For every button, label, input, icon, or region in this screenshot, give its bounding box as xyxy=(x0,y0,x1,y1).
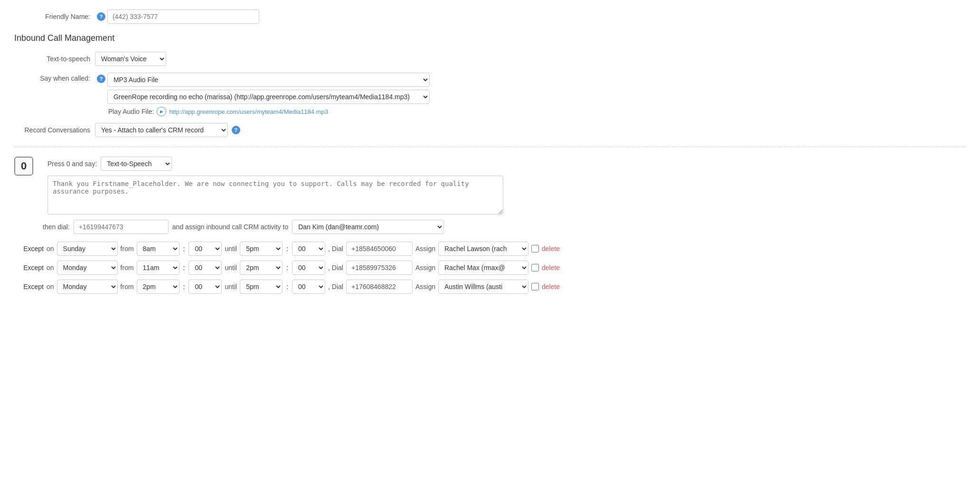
day-select-1[interactable]: SundayMondayTuesdayWednesdayThursdayFrid… xyxy=(57,261,118,275)
then-dial-label: then dial: xyxy=(43,223,70,231)
until-time-select-1[interactable]: 8am9am10am11am12pm1pm2pm3pm4pm5pm xyxy=(240,261,283,275)
from-time-select-0[interactable]: 8am9am10am11am12pm1pm2pm3pm4pm5pm xyxy=(137,242,179,256)
delete-checkbox-1[interactable] xyxy=(531,264,539,271)
dial-label-2: , Dial xyxy=(328,283,343,290)
colon-1: : xyxy=(183,264,185,271)
from-min-select-1[interactable]: 00153045 xyxy=(188,261,222,275)
record-conversations-label: Record Conversations xyxy=(14,126,90,134)
assign-label-1: Assign xyxy=(415,264,435,271)
except-row-2: Except on SundayMondayTuesdayWednesdayTh… xyxy=(19,280,966,294)
until-label-1: until xyxy=(225,264,237,271)
assign-select-1[interactable]: Rachel Max (rmax@Dan Kim (dan@teamr.com) xyxy=(438,261,528,275)
play-audio-label: Play Audio File: xyxy=(108,108,154,115)
from-time-select-1[interactable]: 8am9am10am11am12pm1pm2pm3pm4pm5pm xyxy=(137,261,179,275)
press-label: Press 0 and say: xyxy=(47,160,97,168)
colon-2: : xyxy=(183,283,185,290)
delete-link-2[interactable]: delete xyxy=(542,283,560,290)
press-type-select[interactable]: Text-to-Speech MP3 Audio File xyxy=(101,157,172,171)
audio-url-link[interactable]: http://app.greenrope.com/users/myteam4/M… xyxy=(169,108,328,115)
until-label-2: until xyxy=(225,283,237,290)
assign-select[interactable]: Dan Kim (dan@teamr.com) Rachel Lawson (r… xyxy=(292,220,444,234)
say-when-called-type-select[interactable]: MP3 Audio File Text-to-Speech xyxy=(107,73,430,87)
on-label-0: on xyxy=(47,245,54,252)
record-conversations-select[interactable]: Yes - Attach to caller's CRM record No Y… xyxy=(95,123,228,137)
assign-label: and assign inbound call CRM activity to xyxy=(172,223,288,231)
dial-input-0[interactable] xyxy=(346,242,413,256)
from-min-select-2[interactable]: 00153045 xyxy=(188,280,222,294)
assign-select-2[interactable]: Austin Willms (austiDan Kim (dan@teamr.c… xyxy=(438,280,528,294)
colon-until-1: : xyxy=(286,264,288,271)
assign-select-0[interactable]: Rachel Lawson (rachDan Kim (dan@teamr.co… xyxy=(438,242,528,256)
colon-until-0: : xyxy=(286,245,288,252)
day-select-0[interactable]: SundayMondayTuesdayWednesdayThursdayFrid… xyxy=(57,242,118,256)
dial-input-1[interactable] xyxy=(346,261,413,275)
until-label-0: until xyxy=(225,245,237,252)
except-label-0: Except xyxy=(19,245,44,252)
colon-0: : xyxy=(183,245,185,252)
except-row-1: Except on SundayMondayTuesdayWednesdayTh… xyxy=(19,261,966,275)
say-when-called-help-icon[interactable]: ? xyxy=(97,75,105,83)
assign-label-2: Assign xyxy=(415,283,435,290)
dial-label-0: , Dial xyxy=(328,245,343,252)
from-time-select-2[interactable]: 8am9am10am11am12pm1pm2pm3pm4pm5pm xyxy=(137,280,179,294)
until-min-select-2[interactable]: 00153045 xyxy=(292,280,325,294)
friendly-name-help-icon[interactable]: ? xyxy=(97,12,105,21)
tts-label: Text-to-speech xyxy=(14,55,90,63)
friendly-name-label: Friendly Name: xyxy=(14,13,90,20)
colon-until-2: : xyxy=(286,283,288,290)
dial-label-1: , Dial xyxy=(328,264,343,271)
until-time-select-0[interactable]: 8am9am10am11am12pm1pm2pm3pm4pm5pm xyxy=(240,242,283,256)
from-label-2: from xyxy=(121,283,134,290)
then-dial-input[interactable] xyxy=(74,220,169,234)
dial-input-2[interactable] xyxy=(346,280,413,294)
until-min-select-0[interactable]: 00153045 xyxy=(292,242,325,256)
press-say-textarea[interactable] xyxy=(47,176,503,215)
delete-link-1[interactable]: delete xyxy=(542,264,560,271)
on-label-2: on xyxy=(47,283,54,290)
from-min-select-0[interactable]: 00153045 xyxy=(188,242,222,256)
recording-select[interactable]: GreenRope recording no echo (marissa) (h… xyxy=(107,90,430,104)
inbound-call-management-title: Inbound Call Management xyxy=(14,33,966,43)
delete-checkbox-2[interactable] xyxy=(531,283,539,290)
from-label-0: from xyxy=(121,245,134,252)
tts-select[interactable]: Woman's Voice Man's Voice xyxy=(95,52,166,66)
until-min-select-1[interactable]: 00153045 xyxy=(292,261,325,275)
section-divider xyxy=(14,147,966,147)
record-conversations-help-icon[interactable]: ? xyxy=(232,126,240,134)
delete-checkbox-0[interactable] xyxy=(531,245,539,252)
day-select-2[interactable]: SundayMondayTuesdayWednesdayThursdayFrid… xyxy=(57,280,118,294)
until-time-select-2[interactable]: 8am9am10am11am12pm1pm2pm3pm4pm5pm xyxy=(240,280,283,294)
from-label-1: from xyxy=(121,264,134,271)
say-when-called-label: Say when called: xyxy=(14,73,90,82)
except-row: Except on SundayMondayTuesdayWednesdayTh… xyxy=(19,242,966,256)
play-audio-icon[interactable]: ▶ xyxy=(157,107,166,116)
except-label-1: Except xyxy=(19,264,44,271)
on-label-1: on xyxy=(47,264,54,271)
press-key-box: 0 xyxy=(14,157,33,176)
friendly-name-input[interactable] xyxy=(107,9,259,24)
assign-label-0: Assign xyxy=(415,245,435,252)
delete-link-0[interactable]: delete xyxy=(542,245,560,252)
except-label-2: Except xyxy=(19,283,44,290)
